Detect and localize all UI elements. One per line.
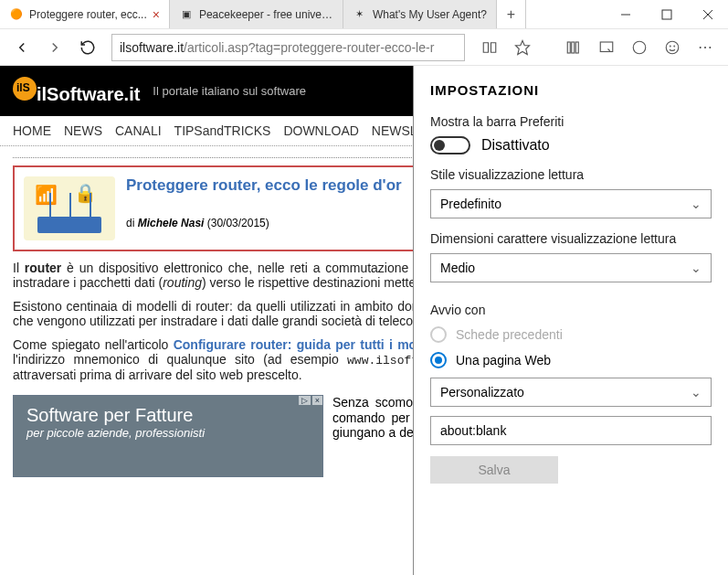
- article-date: (30/03/2015): [204, 217, 269, 229]
- article-title[interactable]: Proteggere router, ecco le regole d'or: [126, 176, 402, 195]
- reading-style-label: Stile visualizzazione lettura: [430, 167, 712, 182]
- reading-font-select[interactable]: Medio ⌄: [430, 253, 712, 282]
- panel-heading: IMPOSTAZIONI: [430, 82, 712, 98]
- window-controls: [605, 0, 728, 28]
- reading-style-select[interactable]: Predefinito ⌄: [430, 189, 712, 218]
- ad-close-icon[interactable]: ×: [312, 396, 322, 405]
- favicon-peacekeeper: ▣: [179, 7, 194, 22]
- reading-view-icon[interactable]: [474, 33, 505, 62]
- tab-title: What's My User Agent?: [373, 8, 487, 21]
- refresh-button[interactable]: [73, 33, 102, 62]
- ad-subline: per piccole aziende, professionisti: [26, 426, 310, 440]
- url-path: /articoli.asp?tag=proteggere-router-ecco…: [184, 40, 434, 55]
- radio-previous-tabs[interactable]: Schede precedenti: [430, 326, 712, 343]
- forward-button[interactable]: [40, 33, 69, 62]
- svg-marker-4: [516, 40, 530, 54]
- webnote-icon[interactable]: [591, 33, 622, 62]
- svg-rect-5: [567, 42, 570, 53]
- more-icon[interactable]: ⋯: [690, 33, 721, 62]
- feedback-icon[interactable]: [657, 33, 688, 62]
- reading-font-label: Dimensioni carattere visualizzazione let…: [430, 231, 712, 246]
- chevron-down-icon: ⌄: [691, 385, 702, 399]
- maximize-button[interactable]: [646, 0, 687, 28]
- adchoices-icon[interactable]: ▷: [299, 396, 311, 405]
- address-bar[interactable]: ilsoftware.it/articoli.asp?tag=protegger…: [111, 34, 465, 61]
- start-page-select[interactable]: Personalizzato ⌄: [430, 378, 712, 407]
- logo-icon: [13, 77, 37, 101]
- tab-strip: 🟠 Proteggere router, ecc... × ▣ Peacekee…: [0, 0, 605, 28]
- share-icon[interactable]: [624, 33, 655, 62]
- favorites-bar-toggle[interactable]: [430, 136, 470, 154]
- svg-rect-8: [600, 42, 613, 52]
- tab-title: Proteggere router, ecc...: [29, 8, 147, 21]
- toolbar: ilsoftware.it/articoli.asp?tag=protegger…: [0, 29, 728, 66]
- nav-download[interactable]: DOWNLOAD: [283, 123, 358, 138]
- content-area: ilSoftware.it Il portale italiano sul so…: [0, 66, 728, 575]
- radio-web-page[interactable]: Una pagina Web: [430, 352, 712, 368]
- titlebar: 🟠 Proteggere router, ecc... × ▣ Peacekee…: [0, 0, 728, 29]
- svg-rect-1: [662, 10, 671, 19]
- new-tab-button[interactable]: +: [497, 0, 526, 28]
- lock-icon: 🔒: [74, 182, 97, 204]
- nav-tips[interactable]: TIPSandTRICKS: [174, 123, 271, 138]
- site-tagline: Il portale italiano sul software: [153, 84, 306, 98]
- ad-headline: Software per Fatture: [26, 405, 310, 426]
- radio-icon: [430, 352, 447, 368]
- favicon-useragent: ✶: [353, 7, 367, 22]
- svg-point-9: [633, 41, 646, 54]
- svg-rect-6: [572, 42, 575, 53]
- hub-icon[interactable]: [558, 33, 589, 62]
- back-button[interactable]: [7, 33, 37, 62]
- tab-title: Peacekeeper - free univers...: [199, 8, 333, 21]
- wifi-icon: 📶: [35, 184, 58, 206]
- settings-panel: IMPOSTAZIONI Mostra la barra Preferiti D…: [413, 66, 728, 575]
- radio-icon: [430, 326, 447, 343]
- chevron-down-icon: ⌄: [691, 197, 702, 211]
- svg-point-12: [674, 46, 675, 47]
- minimize-button[interactable]: [605, 0, 646, 28]
- site-logo[interactable]: ilSoftware.it: [13, 77, 140, 105]
- tab-1[interactable]: ▣ Peacekeeper - free univers...: [170, 0, 343, 28]
- tab-0[interactable]: 🟠 Proteggere router, ecc... ×: [0, 0, 170, 28]
- nav-home[interactable]: HOME: [13, 123, 51, 138]
- article-byline: di Michele Nasi (30/03/2015): [126, 217, 402, 229]
- nav-canali[interactable]: CANALI: [115, 123, 162, 138]
- toggle-state-text: Disattivato: [481, 137, 550, 154]
- close-window-button[interactable]: [687, 0, 728, 28]
- svg-point-10: [666, 41, 679, 54]
- toolbar-actions: ⋯: [474, 33, 721, 62]
- chevron-down-icon: ⌄: [691, 261, 702, 275]
- svg-point-11: [670, 46, 670, 47]
- start-with-label: Avvio con: [430, 303, 712, 317]
- start-page-input[interactable]: [430, 416, 712, 445]
- svg-rect-7: [575, 42, 578, 53]
- nav-news[interactable]: NEWS: [64, 123, 102, 138]
- tab-2[interactable]: ✶ What's My User Agent?: [343, 0, 497, 28]
- favorite-icon[interactable]: [507, 33, 538, 62]
- article-thumbnail: 📶 🔒: [24, 176, 115, 240]
- favorites-bar-label: Mostra la barra Preferiti: [430, 114, 712, 129]
- save-button[interactable]: Salva: [430, 456, 558, 484]
- url-domain: ilsoftware.it: [120, 40, 184, 55]
- logo-text: ilSoftware.it: [37, 84, 140, 105]
- ad-banner[interactable]: ▷× Software per Fatture per piccole azie…: [13, 395, 323, 477]
- favicon-ilsoftware: 🟠: [9, 7, 24, 22]
- article-author: Michele Nasi: [138, 217, 205, 229]
- close-tab-icon[interactable]: ×: [153, 7, 160, 22]
